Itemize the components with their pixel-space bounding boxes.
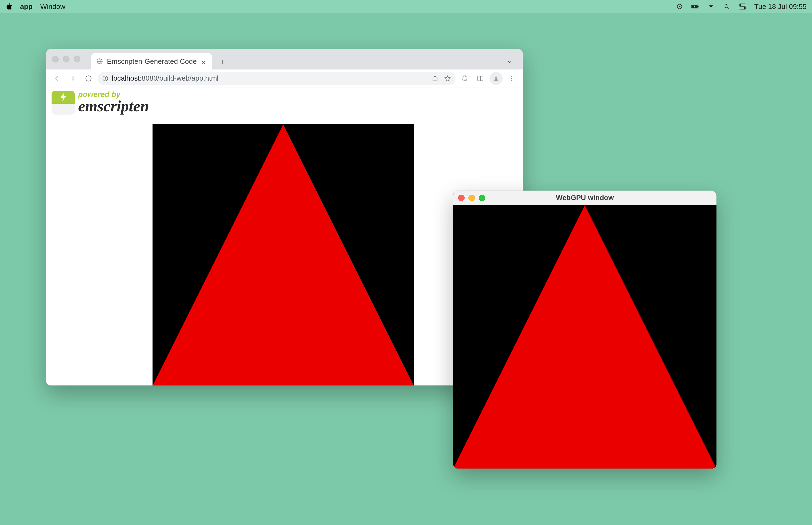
- webgpu-canvas-native: [453, 205, 717, 468]
- share-icon[interactable]: [431, 75, 439, 82]
- address-bar[interactable]: localhost:8080/build-web/app.html: [98, 72, 455, 85]
- new-tab-button[interactable]: [215, 54, 230, 70]
- browser-page-content: powered by emscripten: [46, 87, 523, 386]
- emscripten-name: emscripten: [78, 98, 149, 114]
- battery-icon[interactable]: [691, 3, 699, 10]
- browser-toolbar: localhost:8080/build-web/app.html: [46, 70, 523, 87]
- svg-rect-3: [699, 6, 699, 7]
- native-window-title: WebGPU window: [453, 194, 717, 202]
- browser-traffic-lights: [52, 49, 91, 70]
- menubar-clock[interactable]: Tue 18 Jul 09:55: [754, 2, 807, 11]
- svg-marker-1: [679, 5, 681, 7]
- site-info-icon[interactable]: [102, 75, 109, 82]
- screen-record-icon[interactable]: [675, 3, 684, 10]
- tab-list-button[interactable]: [502, 54, 517, 70]
- svg-point-27: [511, 79, 512, 80]
- control-center-icon[interactable]: [738, 3, 747, 10]
- sidebar-icon[interactable]: [474, 72, 487, 85]
- emscripten-wordmark: powered by emscripten: [78, 91, 149, 114]
- native-app-window: WebGPU window: [453, 191, 717, 468]
- svg-point-25: [511, 76, 512, 77]
- url-text: localhost:8080/build-web/app.html: [112, 74, 218, 82]
- native-titlebar[interactable]: WebGPU window: [453, 191, 717, 205]
- traffic-minimize[interactable]: [63, 56, 70, 62]
- forward-button[interactable]: [66, 72, 79, 85]
- svg-line-6: [727, 7, 729, 9]
- svg-rect-22: [478, 76, 483, 80]
- apple-logo-icon[interactable]: [5, 3, 13, 10]
- url-host: localhost: [112, 74, 140, 82]
- profile-avatar[interactable]: [490, 72, 503, 85]
- webgpu-canvas-browser: [153, 124, 414, 386]
- browser-menu-icon[interactable]: [505, 72, 518, 85]
- extensions-icon[interactable]: [458, 72, 471, 85]
- browser-tab-title: Emscripten-Generated Code: [107, 57, 197, 66]
- close-tab-icon[interactable]: [201, 59, 206, 64]
- svg-marker-21: [445, 76, 450, 81]
- svg-point-18: [105, 77, 106, 77]
- emscripten-logo-icon: [51, 91, 75, 114]
- menu-window[interactable]: Window: [40, 2, 65, 11]
- reload-button[interactable]: [82, 72, 95, 85]
- browser-tabstrip: Emscripten-Generated Code: [46, 49, 523, 70]
- svg-point-5: [725, 5, 728, 8]
- svg-point-8: [739, 4, 741, 6]
- spotlight-icon[interactable]: [723, 3, 731, 10]
- traffic-zoom[interactable]: [74, 56, 80, 62]
- bookmark-star-icon[interactable]: [444, 75, 451, 82]
- macos-menubar: app Window Tue 18 Jul 09:55: [0, 0, 812, 13]
- emscripten-header: powered by emscripten: [46, 87, 523, 117]
- browser-tab[interactable]: Emscripten-Generated Code: [91, 53, 212, 70]
- svg-point-26: [511, 78, 512, 79]
- svg-point-24: [495, 77, 497, 79]
- back-button[interactable]: [50, 72, 63, 85]
- wifi-icon[interactable]: [707, 3, 715, 10]
- url-path: :8080/build-web/app.html: [140, 74, 219, 82]
- menu-app-name[interactable]: app: [20, 2, 33, 11]
- browser-window: Emscripten-Generated Code localhost:8080…: [46, 49, 523, 386]
- svg-point-10: [744, 7, 746, 9]
- globe-icon: [96, 58, 103, 65]
- traffic-close[interactable]: [52, 56, 59, 62]
